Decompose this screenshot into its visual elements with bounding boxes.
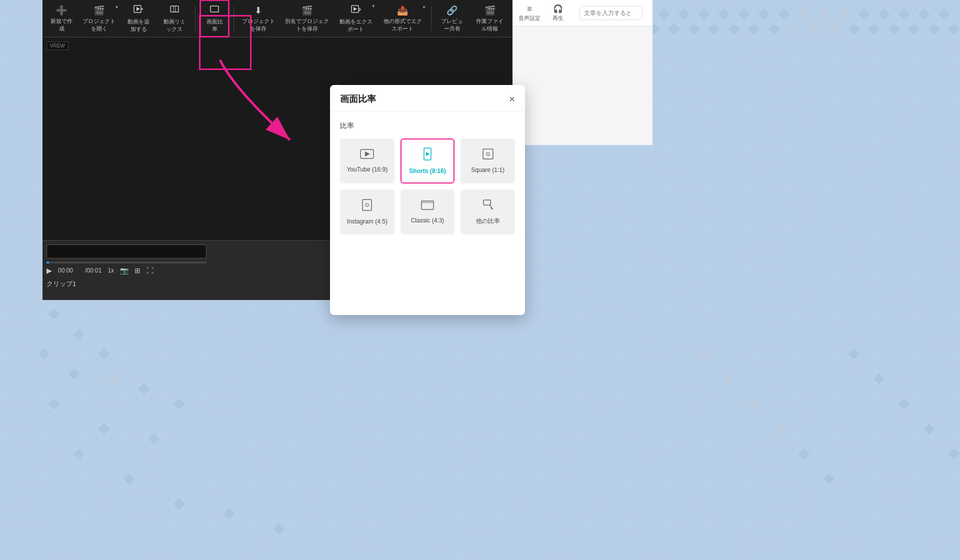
svg-point-81 — [366, 204, 368, 206]
grid-button[interactable]: ⊞ — [134, 266, 140, 274]
save-as-icon: 🎬 — [302, 5, 312, 16]
instagram-icon — [362, 199, 372, 214]
aspect-ratio-dialog: 画面比率 × 比率 YouTube (16:9) — [330, 85, 525, 315]
right-panel: ≡ 音声設定 🎧 再生 — [512, 0, 652, 145]
classic-icon — [421, 200, 434, 213]
save-project-icon: ⬇ — [254, 5, 262, 16]
save-as-button[interactable]: 🎬 別名でプロジェクトを保存 — [281, 2, 333, 36]
svg-marker-75 — [365, 152, 370, 156]
aspect-ratio-label: 画面比率 — [205, 18, 224, 33]
instagram-label: Instagram (4:5) — [347, 218, 388, 225]
export-video-icon — [351, 4, 361, 16]
ratio-options-grid: YouTube (16:9) Shorts (9:16) — [340, 138, 515, 234]
ratio-youtube-16-9[interactable]: YouTube (16:9) — [340, 138, 394, 184]
add-video-icon — [134, 4, 144, 16]
save-as-label: 別名でプロジェクトを保存 — [285, 18, 329, 32]
work-files-label: 作業ファイル情報 — [475, 18, 504, 32]
save-project-label: プロジェクトを保存 — [242, 18, 275, 32]
ratio-shorts-9-16[interactable]: Shorts (9:16) — [400, 138, 455, 184]
capture-button[interactable]: 📷 — [120, 266, 128, 274]
open-project-button[interactable]: 🎬 プロジェクトを開く ▼ — [78, 2, 120, 36]
play-button[interactable]: ▶ — [46, 266, 52, 274]
trim-icon — [170, 4, 180, 16]
toolbar-divider-1 — [195, 6, 196, 31]
dialog-title: 画面比率 — [340, 93, 376, 105]
shorts-label: Shorts (9:16) — [409, 168, 446, 174]
audio-settings-icon: ≡ — [527, 4, 532, 14]
preview-share-icon: 🔗 — [446, 5, 458, 16]
toolbar-divider-3 — [431, 6, 432, 31]
svg-rect-84 — [484, 200, 490, 205]
classic-label: Classic (4:3) — [411, 217, 444, 224]
open-label: プロジェクトを開く — [82, 18, 116, 32]
clip-name: クリップ1 — [46, 280, 76, 288]
dialog-header: 画面比率 × — [330, 85, 525, 112]
svg-marker-64 — [136, 7, 140, 11]
right-panel-tabs: ≡ 音声設定 🎧 再生 — [512, 0, 652, 26]
export-video-button[interactable]: 動画をエクスポート ▼ — [335, 1, 376, 36]
timecode-total: /00:01 — [85, 267, 102, 274]
square-icon — [482, 148, 494, 162]
export-video-dropdown: ▼ — [372, 4, 376, 8]
svg-marker-77 — [426, 152, 430, 156]
svg-marker-72 — [354, 7, 357, 11]
ratio-other[interactable]: 他の比率 — [460, 190, 515, 234]
playback-icon: 🎧 — [553, 4, 563, 14]
text-search-input[interactable] — [580, 6, 642, 20]
open-icon: 🎬 — [94, 5, 104, 16]
save-project-button[interactable]: ⬇ プロジェクトを保存 — [238, 2, 279, 36]
toolbar-divider-2 — [234, 6, 234, 31]
svg-rect-70 — [210, 6, 218, 12]
toolbar: ➕ 新規で作成 🎬 プロジェクトを開く ▼ 動画を追加する — [42, 0, 512, 38]
other-ratio-label: 他の比率 — [476, 217, 500, 226]
export-other-button[interactable]: 📤 他の形式でエクスポート ▼ — [378, 2, 427, 36]
playback-label: 再生 — [552, 14, 564, 22]
export-other-label: 他の形式でエクスポート — [382, 18, 423, 32]
svg-point-79 — [486, 152, 490, 156]
dialog-body: 比率 YouTube (16:9) — [330, 112, 525, 315]
aspect-ratio-icon — [210, 4, 220, 16]
youtube-icon — [360, 149, 374, 162]
speed-indicator: 1x — [108, 267, 114, 274]
ratio-square-1-1[interactable]: Square (1:1) — [460, 138, 515, 184]
timeline-progress-bar[interactable] — [46, 262, 206, 264]
dialog-close-button[interactable]: × — [509, 94, 515, 105]
aspect-ratio-button[interactable]: 画面比率 — [200, 0, 230, 38]
export-other-dropdown: ▼ — [422, 5, 426, 10]
fullscreen-button[interactable]: ⛶ — [146, 266, 154, 274]
preview-share-label: プレビュー共有 — [439, 18, 465, 32]
add-video-label: 動画を追加する — [126, 18, 152, 33]
tab-playback[interactable]: 🎧 再生 — [552, 4, 564, 22]
svg-rect-80 — [362, 200, 372, 210]
preview-label: VREW — [46, 42, 68, 50]
export-video-label: 動画をエクスポート — [339, 18, 372, 33]
shorts-icon — [424, 148, 432, 164]
work-files-icon: 🎬 — [484, 5, 496, 16]
timecode-current: 00:00 — [58, 267, 73, 274]
preview-share-button[interactable]: 🔗 プレビュー共有 — [435, 2, 469, 36]
work-files-button[interactable]: 🎬 作業ファイル情報 — [471, 2, 508, 36]
square-label: Square (1:1) — [471, 166, 504, 174]
tab-audio-settings[interactable]: ≡ 音声設定 — [518, 4, 540, 22]
youtube-label: YouTube (16:9) — [346, 166, 388, 173]
svg-rect-78 — [483, 149, 493, 159]
dialog-section-label: 比率 — [340, 122, 515, 130]
add-video-button[interactable]: 動画を追加する — [122, 1, 156, 36]
new-button[interactable]: ➕ 新規で作成 — [46, 2, 76, 36]
open-dropdown-arrow: ▼ — [114, 5, 118, 10]
right-panel-search-area — [576, 6, 646, 20]
ratio-classic-4-3[interactable]: Classic (4:3) — [400, 190, 455, 234]
other-ratio-icon — [482, 199, 494, 213]
timeline-progress-indicator — [46, 262, 49, 264]
trim-label: 動画リミックス — [162, 18, 188, 33]
export-other-icon: 📤 — [397, 5, 408, 16]
timeline-search-bar — [46, 244, 206, 258]
new-label: 新規で作成 — [50, 18, 72, 32]
new-icon: ➕ — [56, 5, 67, 16]
audio-settings-label: 音声設定 — [518, 14, 540, 22]
ratio-instagram-4-5[interactable]: Instagram (4:5) — [340, 190, 394, 234]
trim-button[interactable]: 動画リミックス — [158, 1, 192, 36]
svg-rect-67 — [170, 6, 178, 12]
